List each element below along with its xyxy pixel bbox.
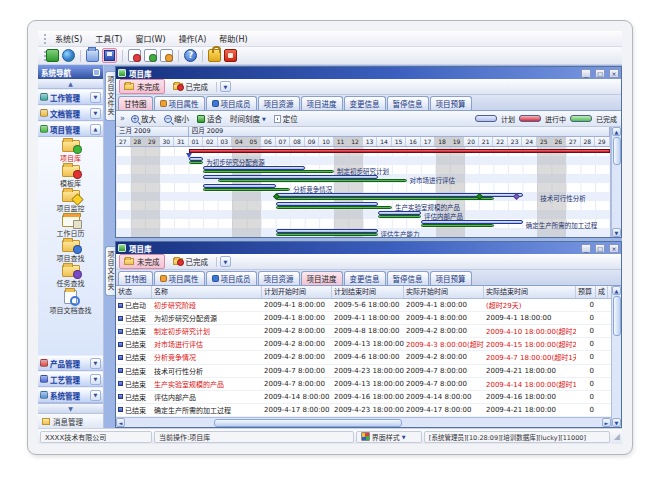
tab-7[interactable]: 项目预算 — [430, 271, 472, 285]
column-header[interactable]: 预算 — [576, 286, 596, 298]
sidebar-item[interactable]: 任务查找 — [38, 265, 103, 288]
tab-4[interactable]: 项目进度 — [301, 271, 343, 285]
column-header[interactable]: 状态 — [116, 286, 152, 298]
menu-item[interactable]: 工具(T) — [94, 33, 123, 44]
tab-7[interactable]: 项目预算 — [430, 96, 472, 110]
resize-grip[interactable]: ◢ — [614, 432, 620, 441]
sidebar-item[interactable]: 项目库 — [38, 140, 103, 163]
tab-3[interactable]: 项目资源 — [258, 271, 300, 285]
minimize-button[interactable]: _ — [581, 244, 591, 253]
actual-bar[interactable] — [189, 161, 204, 164]
menu-item[interactable]: 窗口(W) — [134, 33, 166, 44]
table-row[interactable]: 已结束确定生产所需的加工过程2009-4-17 8:00:002009-4-23… — [116, 404, 611, 417]
sidebar-item[interactable]: 项目监控 — [38, 190, 103, 213]
scroll-right-arrow[interactable]: ► — [602, 418, 611, 427]
scroll-down-arrow[interactable]: ▼ — [612, 418, 621, 427]
zoom-out-button[interactable]: −缩小 — [162, 112, 191, 125]
scroll-up-arrow[interactable]: ▲ — [612, 286, 621, 295]
sidebar-item[interactable]: 项目查找 — [38, 240, 103, 263]
tab-3[interactable]: 项目资源 — [258, 96, 300, 110]
table-row[interactable]: 已结束为初步研究分配资源2009-4-1 8:00:002009-4-1 18:… — [116, 312, 611, 325]
actual-bar[interactable] — [276, 233, 378, 236]
overflow-chevron-icon[interactable]: » — [120, 114, 125, 123]
filter-unfinished-button[interactable]: 未完成 — [119, 254, 165, 269]
sidebar-item[interactable]: 工作日历 — [38, 215, 103, 238]
scroll-thumb[interactable] — [214, 419, 402, 427]
column-header[interactable]: 计划结束时间 — [332, 286, 404, 298]
actual-bar[interactable] — [276, 206, 392, 209]
table-horizontal-scrollbar[interactable]: ◄ ► — [116, 417, 611, 427]
close-button[interactable]: × — [609, 69, 619, 78]
sidebar-group[interactable]: 项目管理▲ — [38, 121, 103, 137]
sidebar-item[interactable]: 项目文档查找 — [38, 290, 103, 315]
gantt-window-titlebar[interactable]: 项目库 _ □ × — [116, 67, 621, 79]
tab-6[interactable]: 暂停信息 — [387, 271, 429, 285]
tab-2[interactable]: 项目成员 — [206, 96, 257, 110]
scroll-down-arrow[interactable]: ▼ — [612, 228, 621, 237]
tab-4[interactable]: 项目进度 — [301, 96, 343, 110]
table-row[interactable]: 已结束生产实验室规模的产品2009-4-7 8:00:002009-4-13 1… — [116, 378, 611, 391]
lock-icon[interactable] — [208, 49, 221, 62]
monitor-icon[interactable] — [46, 49, 59, 62]
sidebar-group[interactable]: 工作管理▼ — [38, 89, 103, 105]
table-row[interactable]: 已结束对市场进行评估2009-4-2 8:00:002009-4-13 18:0… — [116, 338, 611, 351]
chevron-up-icon[interactable]: ▲ — [90, 124, 101, 135]
close-button[interactable]: × — [609, 244, 619, 253]
sidebar-item[interactable]: 模板库 — [38, 165, 103, 188]
tab-0[interactable]: 甘特图 — [118, 96, 153, 110]
table-window-titlebar[interactable]: 项目库 _ □ × — [116, 242, 621, 254]
vertical-tab-project-folder[interactable]: 项目文件夹 — [105, 246, 115, 296]
menu-item[interactable]: 系统(S) — [54, 33, 83, 44]
tab-0[interactable]: 甘特图 — [118, 271, 153, 285]
maximize-button[interactable]: □ — [595, 69, 605, 78]
locate-button[interactable]: 定位 — [272, 112, 300, 125]
gantt-body[interactable]: 为初步研究分配资源制定初步研究计划对市场进行评估分析竞争情况技术可行性分析生产实… — [116, 147, 610, 237]
actual-bar[interactable] — [378, 215, 422, 218]
timescale-button[interactable]: 时间刻度▼ — [228, 112, 268, 125]
sidebar-group[interactable]: 产品管理▼ — [38, 355, 103, 371]
actual-bar[interactable] — [203, 170, 334, 173]
globe-icon[interactable] — [62, 49, 75, 62]
menu-item[interactable]: 帮助(H) — [218, 33, 248, 44]
chevron-down-icon[interactable]: ▼ — [90, 358, 101, 369]
actual-bar[interactable] — [276, 197, 494, 200]
table-row[interactable]: 已结束评估内部产品2009-4-14 8:00:002009-4-16 18:0… — [116, 391, 611, 404]
table-row[interactable]: 已结束制定初步研究计划2009-4-2 8:00:002009-4-8 18:0… — [116, 325, 611, 338]
actual-bar[interactable] — [203, 188, 290, 191]
chevron-down-icon[interactable]: ▼ — [90, 108, 101, 119]
stop-icon[interactable] — [224, 49, 237, 62]
table-row[interactable]: 已启动初步研究阶段2009-4-1 8:00:002009-5-6 18:00:… — [116, 299, 611, 312]
tab-1[interactable]: 项目属性 — [154, 96, 205, 110]
column-header[interactable]: 计划开始时间 — [262, 286, 332, 298]
doc-delete-icon[interactable] — [160, 49, 173, 62]
summary-bar[interactable] — [189, 149, 610, 153]
chevron-down-icon[interactable]: ▼ — [90, 390, 101, 401]
pin-icon[interactable] — [93, 69, 100, 76]
column-header[interactable]: 成 — [596, 286, 608, 298]
table-row[interactable]: 已结束技术可行性分析2009-4-7 8:00:002009-4-23 18:0… — [116, 365, 611, 378]
gantt-vertical-scrollbar[interactable]: ▲ ▼ — [611, 127, 621, 237]
maximize-button[interactable]: □ — [595, 244, 605, 253]
minimize-button[interactable]: _ — [581, 69, 591, 78]
column-header[interactable]: 实际结束时间 — [484, 286, 576, 298]
scroll-thumb[interactable] — [613, 137, 621, 165]
sidebar-expand-button[interactable]: ▼ — [38, 403, 103, 413]
filter-finished-button[interactable]: 已完成 — [168, 79, 214, 94]
tab-2[interactable]: 项目成员 — [206, 271, 257, 285]
chevron-down-icon[interactable]: ▼ — [90, 374, 101, 385]
filter-more-button[interactable]: ▼ — [220, 81, 231, 92]
vertical-tab-project-folder[interactable]: 项目文件夹 — [105, 71, 115, 121]
sidebar-group[interactable]: 系统管理▼ — [38, 387, 103, 403]
doc-edit-icon[interactable] — [144, 49, 157, 62]
fit-button[interactable]: 适合 — [195, 112, 224, 125]
sidebar-collapse-button[interactable]: ▲ — [38, 79, 103, 89]
sidebar-group[interactable]: 文档管理▼ — [38, 105, 103, 121]
column-header[interactable]: 名称 — [152, 286, 262, 298]
scroll-thumb[interactable] — [613, 296, 621, 336]
scroll-up-arrow[interactable]: ▲ — [612, 127, 621, 136]
tab-1[interactable]: 项目属性 — [154, 271, 205, 285]
scroll-left-arrow[interactable]: ◄ — [116, 418, 125, 427]
actual-bar[interactable] — [421, 224, 494, 227]
tab-6[interactable]: 暂停信息 — [387, 96, 429, 110]
actual-bar[interactable] — [218, 179, 407, 182]
